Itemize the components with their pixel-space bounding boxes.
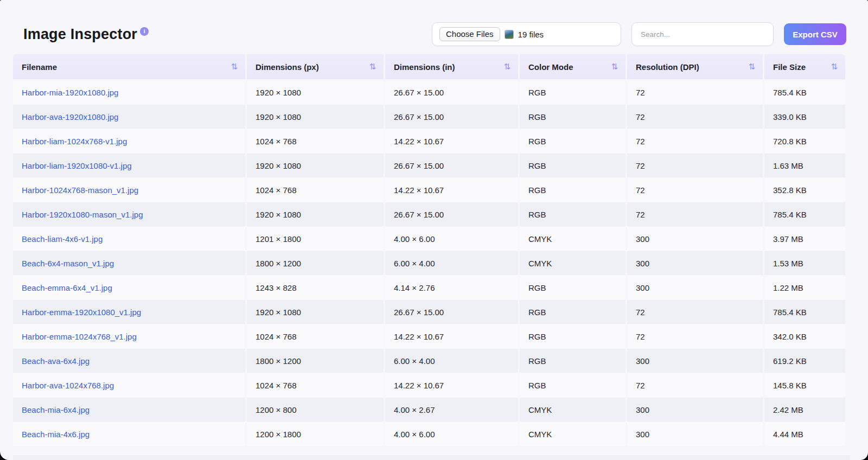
cell-dimensions-px: 1920 × 1080: [247, 154, 384, 177]
filename-link[interactable]: Beach-6x4-mason_v1.jpg: [22, 259, 114, 268]
file-input-control[interactable]: Choose Files 19 files: [432, 22, 621, 46]
cell-dimensions-in: 6.00 × 4.00: [385, 349, 518, 373]
cell-resolution-dpi: 300: [627, 398, 763, 421]
cell-filename: Harbor-mia-1920x1080.jpg: [13, 80, 245, 104]
cell-color-mode: RGB: [520, 373, 626, 397]
cell-filename: Beach-ava-6x4.jpg: [13, 349, 245, 373]
export-csv-button[interactable]: Export CSV: [784, 23, 846, 45]
toolbar-controls: Choose Files 19 files Export CSV: [432, 22, 846, 46]
cell-dimensions-px: 1024 × 768: [247, 129, 384, 153]
table-row: Beach-6x4-mason_v1.jpg 1800 × 1200 6.00 …: [13, 251, 850, 275]
cell-color-mode: CMYK: [520, 251, 626, 275]
cell-resolution-dpi: 72: [627, 202, 763, 226]
table-row: Harbor-ava-1024x768.jpg 1024 × 768 14.22…: [13, 373, 850, 397]
cell-dimensions-in: 4.00 × 2.67: [385, 398, 518, 421]
cell-dimensions-px: 1024 × 768: [247, 324, 384, 348]
column-header-file-size[interactable]: File Size ⇅: [764, 54, 845, 79]
cell-filename: Harbor-1920x1080-mason_v1.jpg: [13, 202, 245, 226]
filename-link[interactable]: Harbor-mia-1920x1080.jpg: [22, 88, 118, 97]
title-wrap: Image Inspector i: [23, 26, 149, 43]
sort-icon[interactable]: ⇅: [748, 62, 755, 72]
cell-color-mode: RGB: [520, 154, 626, 177]
sort-icon[interactable]: ⇅: [231, 62, 238, 72]
cell-dimensions-in: 26.67 × 15.00: [385, 105, 518, 129]
column-header-dimensions-in[interactable]: Dimensions (in) ⇅: [385, 54, 518, 79]
cell-color-mode: CMYK: [520, 422, 626, 446]
cell-dimensions-in: 26.67 × 15.00: [385, 300, 518, 324]
column-header-color-mode[interactable]: Color Mode ⇅: [520, 54, 626, 79]
search-input[interactable]: [631, 22, 774, 46]
cell-color-mode: CMYK: [520, 227, 626, 251]
table-row: Beach-ava-6x4.jpg 1800 × 1200 6.00 × 4.0…: [13, 349, 850, 373]
column-header-resolution-dpi[interactable]: Resolution (DPI) ⇅: [627, 54, 763, 79]
filename-link[interactable]: Harbor-emma-1920x1080_v1.jpg: [22, 308, 141, 317]
cell-filename: Beach-mia-4x6.jpg: [13, 422, 245, 446]
cell-resolution-dpi: 72: [627, 105, 763, 129]
table-row: Beach-emma-6x4_v1.jpg 1243 × 828 4.14 × …: [13, 276, 850, 299]
cell-color-mode: RGB: [520, 178, 626, 202]
cell-file-size: 1.53 MB: [764, 251, 845, 275]
cell-filename: Beach-emma-6x4_v1.jpg: [13, 276, 245, 299]
cell-dimensions-px: 1200 × 1800: [247, 422, 384, 446]
cell-file-size: 1.22 MB: [764, 276, 845, 299]
filename-link[interactable]: Beach-mia-6x4.jpg: [22, 405, 90, 414]
cell-file-size: 3.97 MB: [764, 227, 845, 251]
table-row: Harbor-emma-1920x1080_v1.jpg 1920 × 1080…: [13, 300, 850, 324]
cell-filename: Harbor-1024x768-mason_v1.jpg: [13, 178, 245, 202]
cell-resolution-dpi: 72: [627, 178, 763, 202]
filename-link[interactable]: Harbor-liam-1024x768-v1.jpg: [22, 137, 127, 146]
cell-filename: Harbor-liam-1920x1080-v1.jpg: [13, 154, 245, 177]
filename-link[interactable]: Beach-mia-4x6.jpg: [22, 430, 90, 439]
table-row: Beach-liam-4x6-v1.jpg 1201 × 1800 4.00 ×…: [13, 227, 850, 251]
table-body: Harbor-mia-1920x1080.jpg 1920 × 1080 26.…: [13, 80, 850, 446]
filename-link[interactable]: Harbor-ava-1920x1080.jpg: [22, 112, 118, 122]
cell-dimensions-in: 14.22 × 10.67: [385, 373, 518, 397]
cell-dimensions-px: 1920 × 1080: [247, 80, 384, 104]
table-row: Harbor-emma-1024x768_v1.jpg 1024 × 768 1…: [13, 324, 850, 348]
info-icon[interactable]: i: [140, 27, 149, 36]
cell-filename: Harbor-liam-1024x768-v1.jpg: [13, 129, 245, 153]
filename-link[interactable]: Harbor-emma-1024x768_v1.jpg: [22, 332, 137, 341]
choose-files-button[interactable]: Choose Files: [439, 27, 500, 41]
cell-filename: Harbor-emma-1024x768_v1.jpg: [13, 324, 245, 348]
cell-dimensions-px: 1243 × 828: [247, 276, 384, 299]
cell-dimensions-px: 1024 × 768: [247, 178, 384, 202]
cell-color-mode: RGB: [520, 202, 626, 226]
cell-dimensions-px: 1920 × 1080: [247, 202, 384, 226]
sort-icon[interactable]: ⇅: [611, 62, 618, 72]
filename-link[interactable]: Harbor-liam-1920x1080-v1.jpg: [22, 161, 132, 170]
filename-link[interactable]: Harbor-1024x768-mason_v1.jpg: [22, 186, 138, 195]
column-header-filename[interactable]: Filename ⇅: [13, 54, 245, 79]
sort-icon[interactable]: ⇅: [831, 62, 838, 72]
sort-icon[interactable]: ⇅: [503, 62, 510, 72]
cell-file-size: 342.0 KB: [764, 324, 845, 348]
cell-dimensions-in: 14.22 × 10.67: [385, 129, 518, 153]
cell-file-size: 352.8 KB: [764, 178, 845, 202]
table-row: Harbor-1024x768-mason_v1.jpg 1024 × 768 …: [13, 178, 850, 202]
table-row: Harbor-ava-1920x1080.jpg 1920 × 1080 26.…: [13, 105, 850, 129]
filename-link[interactable]: Harbor-ava-1024x768.jpg: [22, 381, 114, 390]
table-row-partial: [13, 455, 850, 460]
cell-dimensions-px: 1800 × 1200: [247, 251, 384, 275]
cell-filename: Harbor-ava-1024x768.jpg: [13, 373, 245, 397]
cell-resolution-dpi: 72: [627, 129, 763, 153]
cell-dimensions-px: 1201 × 1800: [247, 227, 384, 251]
column-header-dimensions-px[interactable]: Dimensions (px) ⇅: [247, 54, 384, 79]
file-thumbnail-icon: [505, 30, 514, 39]
cell-color-mode: RGB: [520, 324, 626, 348]
cell-file-size: 145.8 KB: [764, 373, 845, 397]
cell-file-size: 2.42 MB: [764, 398, 845, 421]
cell-dimensions-in: 4.00 × 6.00: [385, 422, 518, 446]
cell-color-mode: CMYK: [520, 398, 626, 421]
filename-link[interactable]: Beach-emma-6x4_v1.jpg: [22, 283, 112, 292]
sort-icon[interactable]: ⇅: [369, 62, 376, 72]
filename-link[interactable]: Harbor-1920x1080-mason_v1.jpg: [22, 210, 143, 219]
cell-color-mode: RGB: [520, 300, 626, 324]
filename-link[interactable]: Beach-ava-6x4.jpg: [22, 356, 90, 366]
cell-resolution-dpi: 300: [627, 276, 763, 299]
table-row: Harbor-mia-1920x1080.jpg 1920 × 1080 26.…: [13, 80, 850, 104]
filename-link[interactable]: Beach-liam-4x6-v1.jpg: [22, 234, 103, 244]
cell-file-size: 4.44 MB: [764, 422, 845, 446]
table-row: Harbor-1920x1080-mason_v1.jpg 1920 × 108…: [13, 202, 850, 226]
files-count-label: 19 files: [518, 30, 544, 39]
